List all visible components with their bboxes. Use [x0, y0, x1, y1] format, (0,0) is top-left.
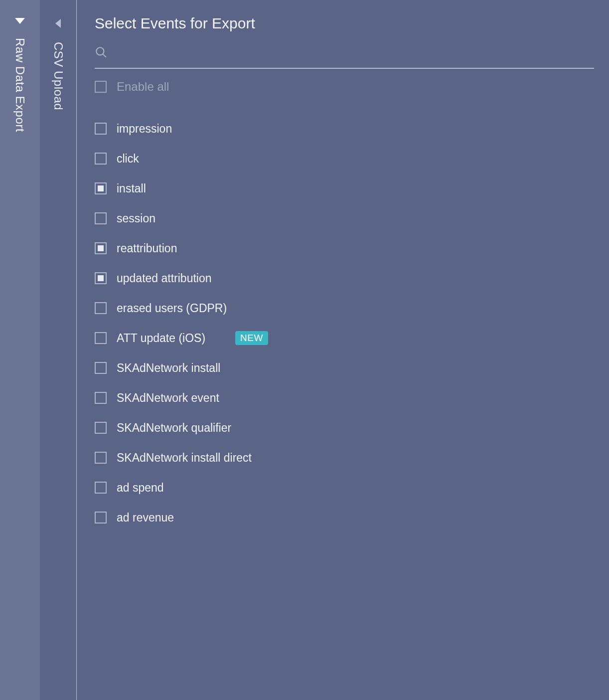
event-checkbox[interactable] — [95, 242, 107, 254]
event-label: updated attribution — [117, 272, 212, 285]
event-label: SKAdNetwork event — [117, 391, 219, 405]
rail-inner-label: CSV Upload — [51, 42, 65, 110]
event-checkbox[interactable] — [95, 452, 107, 464]
event-row[interactable]: SKAdNetwork install — [95, 353, 594, 383]
event-checkbox[interactable] — [95, 422, 107, 434]
event-label: erased users (GDPR) — [117, 302, 227, 315]
event-label: session — [117, 212, 155, 225]
search-icon — [95, 46, 108, 61]
event-checkbox[interactable] — [95, 362, 107, 374]
event-label: reattribution — [117, 242, 177, 255]
event-row[interactable]: SKAdNetwork qualifier — [95, 413, 594, 443]
enable-all-row[interactable]: Enable all — [95, 69, 594, 99]
event-row[interactable]: session — [95, 203, 594, 233]
event-checkbox[interactable] — [95, 302, 107, 314]
event-label: impression — [117, 122, 172, 136]
event-row[interactable]: updated attribution — [95, 263, 594, 293]
enable-all-label: Enable all — [117, 80, 169, 94]
svg-marker-0 — [15, 18, 25, 24]
event-checkbox[interactable] — [95, 153, 107, 165]
event-label: ad revenue — [117, 511, 174, 525]
event-row[interactable]: ATT update (iOS)NEW — [95, 323, 594, 353]
caret-down-icon — [15, 18, 25, 25]
event-label: ad spend — [117, 481, 164, 495]
caret-left-icon — [55, 19, 62, 30]
event-checkbox[interactable] — [95, 482, 107, 494]
event-row[interactable]: install — [95, 174, 594, 203]
event-label: SKAdNetwork install — [117, 361, 220, 375]
event-checkbox[interactable] — [95, 272, 107, 284]
event-row[interactable]: ad spend — [95, 473, 594, 503]
event-checkbox[interactable] — [95, 512, 107, 524]
search-field-wrapper — [95, 46, 594, 69]
event-row[interactable]: impression — [95, 114, 594, 144]
search-input[interactable] — [115, 47, 594, 60]
event-row[interactable]: reattribution — [95, 233, 594, 263]
event-checkbox[interactable] — [95, 212, 107, 224]
event-label: click — [117, 152, 139, 166]
event-checkbox[interactable] — [95, 182, 107, 194]
rail-csv-upload[interactable]: CSV Upload — [40, 0, 77, 700]
main-panel: Select Events for Export Enable all impr… — [77, 0, 609, 700]
new-badge: NEW — [235, 331, 268, 345]
event-row[interactable]: SKAdNetwork event — [95, 383, 594, 413]
event-checkbox[interactable] — [95, 123, 107, 135]
event-row[interactable]: click — [95, 144, 594, 174]
svg-marker-1 — [55, 19, 61, 28]
enable-all-checkbox[interactable] — [95, 81, 107, 93]
event-checkbox[interactable] — [95, 392, 107, 404]
event-row[interactable]: ad revenue — [95, 503, 594, 532]
event-row[interactable]: erased users (GDPR) — [95, 293, 594, 323]
app-root: Raw Data Export CSV Upload Select Events… — [0, 0, 609, 700]
event-label: install — [117, 182, 146, 195]
event-list: impressionclickinstallsessionreattributi… — [95, 114, 594, 532]
svg-point-2 — [96, 47, 104, 55]
rail-outer-label: Raw Data Export — [13, 38, 27, 132]
rail-raw-data-export[interactable]: Raw Data Export — [0, 0, 40, 700]
event-label: SKAdNetwork qualifier — [117, 421, 231, 435]
svg-line-3 — [103, 54, 106, 57]
event-checkbox[interactable] — [95, 332, 107, 344]
event-row[interactable]: SKAdNetwork install direct — [95, 443, 594, 473]
event-label: ATT update (iOS) — [117, 332, 205, 345]
page-title: Select Events for Export — [95, 15, 594, 32]
event-label: SKAdNetwork install direct — [117, 451, 252, 465]
